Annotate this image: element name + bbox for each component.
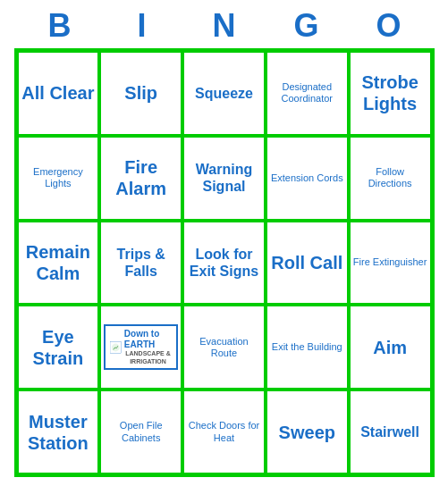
bingo-cell-18: Exit the Building — [266, 305, 349, 390]
bingo-cell-9: Follow Directions — [349, 136, 432, 221]
header-letter-i: I — [106, 7, 178, 45]
bingo-cell-0: All Clear — [17, 51, 100, 136]
bingo-cell-16: Down to EARTH LANDSCAPE & IRRIGATION — [99, 305, 182, 390]
bingo-cell-10: Remain Calm — [17, 221, 100, 306]
bingo-cell-20: Muster Station — [17, 390, 100, 474]
bingo-header: BINGO — [19, 7, 430, 45]
svg-point-1 — [112, 343, 120, 351]
bingo-cell-7: Warning Signal — [182, 136, 266, 221]
bingo-cell-21: Open File Cabinets — [99, 390, 182, 474]
bingo-cell-5: Emergency Lights — [17, 136, 100, 221]
header-letter-o: O — [353, 7, 425, 45]
bingo-cell-8: Extension Cords — [266, 136, 349, 221]
bingo-cell-15: Eye Strain — [17, 305, 100, 390]
bingo-cell-17: Evacuation Route — [182, 305, 266, 390]
bingo-cell-12: Look for Exit Signs — [182, 221, 266, 306]
bingo-cell-11: Trips & Falls — [99, 221, 182, 306]
bingo-cell-1: Slip — [99, 51, 182, 136]
bingo-cell-23: Sweep — [266, 390, 349, 474]
bingo-cell-2: Squeeze — [182, 51, 266, 136]
bingo-cell-24: Stairwell — [349, 390, 432, 474]
bingo-cell-14: Fire Extinguisher — [349, 221, 432, 306]
header-letter-g: G — [271, 7, 342, 45]
bingo-cell-3: Designated Coordinator — [266, 51, 349, 136]
bingo-cell-22: Check Doors for Heat — [182, 390, 266, 474]
bingo-cell-6: Fire Alarm — [99, 136, 182, 221]
bingo-cell-4: Strobe Lights — [349, 51, 432, 136]
header-letter-b: B — [24, 7, 96, 45]
bingo-cell-13: Roll Call — [266, 221, 349, 306]
bingo-cell-19: Aim — [349, 305, 432, 390]
header-letter-n: N — [189, 7, 260, 45]
bingo-grid: All ClearSlipSqueezeDesignated Coordinat… — [14, 48, 435, 477]
